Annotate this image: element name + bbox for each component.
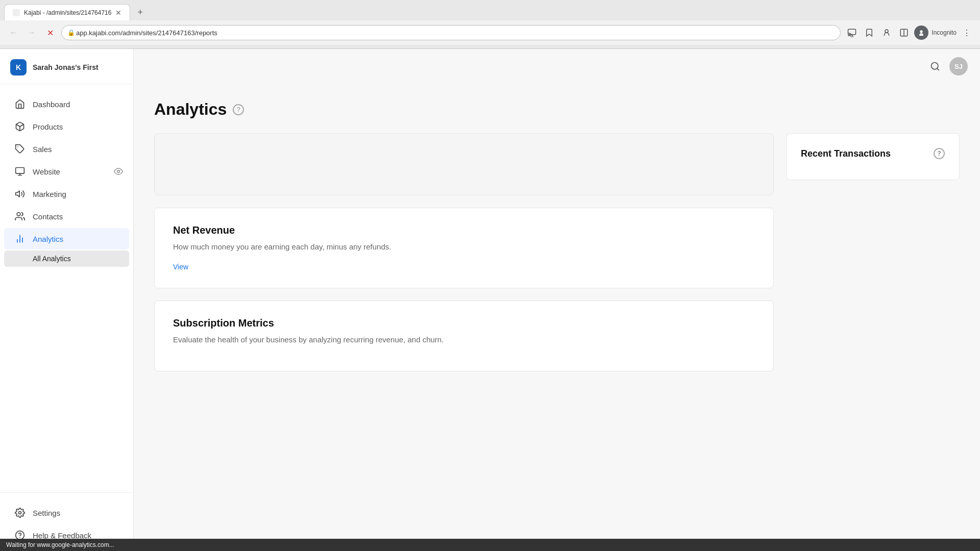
recent-transactions-card: Recent Transactions ? xyxy=(786,133,960,180)
home-icon xyxy=(14,98,26,110)
new-tab-button[interactable]: + xyxy=(132,4,148,21)
address-bar-wrapper: 🔒 app.kajabi.com/admin/sites/2147647163/… xyxy=(61,25,841,40)
net-revenue-view-link[interactable]: View xyxy=(173,263,188,271)
analytics-submenu: All Analytics xyxy=(0,251,133,267)
profile-sync-icon[interactable] xyxy=(879,26,894,40)
gear-icon xyxy=(14,507,26,518)
tab-favicon xyxy=(13,9,20,16)
svg-rect-8 xyxy=(16,168,24,174)
sidebar-brand-name: Sarah Jonas's First xyxy=(33,63,99,71)
status-text: Waiting for www.google-analytics.com... xyxy=(6,541,114,548)
main-header: SJ xyxy=(134,49,980,84)
address-bar[interactable]: app.kajabi.com/admin/sites/2147647163/re… xyxy=(61,25,841,40)
browser-actions: Incognito ⋮ xyxy=(845,26,974,40)
sidebar-item-marketing[interactable]: Marketing xyxy=(4,183,129,205)
sidebar-item-sales[interactable]: Sales xyxy=(4,138,129,160)
subscription-metrics-card-body: Subscription Metrics Evaluate the health… xyxy=(155,301,773,371)
loading-skeleton xyxy=(155,134,773,195)
content-area: Analytics ? Net Revenue How much money y… xyxy=(134,84,980,400)
svg-rect-1 xyxy=(848,29,856,35)
cards-main: Net Revenue How much money you are earni… xyxy=(154,133,774,384)
incognito-profile-button[interactable] xyxy=(914,26,928,40)
recent-transactions-title: Recent Transactions xyxy=(801,148,891,159)
sidebar-item-analytics[interactable]: Analytics xyxy=(4,228,129,249)
sidebar-item-website[interactable]: Website xyxy=(4,161,129,182)
svg-point-5 xyxy=(920,30,923,33)
svg-line-20 xyxy=(937,68,939,70)
users-icon xyxy=(14,211,26,222)
user-avatar[interactable]: SJ xyxy=(949,57,968,76)
browser-controls: ← → ✕ 🔒 app.kajabi.com/admin/sites/21476… xyxy=(0,20,980,45)
eye-icon xyxy=(114,167,123,176)
box-icon xyxy=(14,121,26,132)
net-revenue-desc: How much money you are earning each day,… xyxy=(173,241,755,253)
sidebar-item-contacts[interactable]: Contacts xyxy=(4,206,129,227)
page-help-icon[interactable]: ? xyxy=(233,104,244,115)
forward-button[interactable]: → xyxy=(24,26,39,40)
net-revenue-title: Net Revenue xyxy=(173,224,755,236)
lock-icon: 🔒 xyxy=(67,29,75,36)
svg-point-16 xyxy=(19,512,21,514)
net-revenue-card-body: Net Revenue How much money you are earni… xyxy=(155,208,773,288)
dashboard-label: Dashboard xyxy=(33,100,70,109)
tab-close-button[interactable]: ✕ xyxy=(115,9,121,17)
subscription-metrics-title: Subscription Metrics xyxy=(173,317,755,329)
cards-side: Recent Transactions ? xyxy=(786,133,960,384)
sidebar-item-dashboard[interactable]: Dashboard xyxy=(4,93,129,115)
website-label: Website xyxy=(33,167,60,176)
products-label: Products xyxy=(33,122,63,131)
back-button[interactable]: ← xyxy=(6,26,20,40)
tag-icon xyxy=(14,143,26,155)
subscription-metrics-card: Subscription Metrics Evaluate the health… xyxy=(154,300,774,372)
sidebar-item-all-analytics[interactable]: All Analytics xyxy=(4,251,129,267)
megaphone-icon xyxy=(14,188,26,199)
cards-area: Net Revenue How much money you are earni… xyxy=(154,133,960,384)
help-label: Help & Feedback xyxy=(33,531,91,540)
svg-point-11 xyxy=(117,170,120,173)
recent-transactions-header: Recent Transactions ? xyxy=(801,148,945,159)
reload-button[interactable]: ✕ xyxy=(43,26,57,40)
all-analytics-label: All Analytics xyxy=(33,255,71,263)
bar-chart-icon xyxy=(14,233,26,244)
settings-label: Settings xyxy=(33,509,60,517)
page-title-row: Analytics ? xyxy=(154,100,960,119)
browser-tabs: Kajabi - /admin/sites/214764716 ✕ + xyxy=(0,0,980,20)
contacts-label: Contacts xyxy=(33,212,63,221)
marketing-label: Marketing xyxy=(33,190,66,198)
svg-point-12 xyxy=(17,213,20,216)
sidebar-header: K Sarah Jonas's First xyxy=(0,49,133,84)
incognito-label: Incognito xyxy=(932,29,957,36)
status-bar: Waiting for www.google-analytics.com... xyxy=(0,539,980,551)
svg-point-2 xyxy=(885,30,888,33)
sidebar-logo[interactable]: K xyxy=(10,59,27,76)
bookmark-icon[interactable] xyxy=(862,26,876,40)
browser-tab-active[interactable]: Kajabi - /admin/sites/214764716 ✕ xyxy=(4,4,130,20)
more-options-button[interactable]: ⋮ xyxy=(960,26,974,40)
svg-rect-0 xyxy=(14,10,19,15)
recent-transactions-help-icon[interactable]: ? xyxy=(934,148,945,159)
cast-icon[interactable] xyxy=(845,26,859,40)
sidebar-item-settings[interactable]: Settings xyxy=(4,502,129,523)
subscription-metrics-desc: Evaluate the health of your business by … xyxy=(173,334,755,346)
logo-letter: K xyxy=(16,63,21,71)
sidebar: K Sarah Jonas's First Dashboard Products xyxy=(0,49,134,551)
page-title: Analytics xyxy=(154,100,227,119)
analytics-label: Analytics xyxy=(33,235,63,243)
loading-card xyxy=(154,133,774,195)
sidebar-nav: Dashboard Products Sales xyxy=(0,84,133,492)
main-content: SJ Analytics ? Net Revenue How xyxy=(134,49,980,551)
app-layout: K Sarah Jonas's First Dashboard Products xyxy=(0,49,980,551)
tab-title: Kajabi - /admin/sites/214764716 xyxy=(24,9,111,16)
split-screen-icon[interactable] xyxy=(897,26,911,40)
net-revenue-card: Net Revenue How much money you are earni… xyxy=(154,208,774,288)
browser-chrome: Kajabi - /admin/sites/214764716 ✕ + ← → … xyxy=(0,0,980,49)
search-button[interactable] xyxy=(927,58,943,74)
monitor-icon xyxy=(14,166,26,177)
sidebar-item-products[interactable]: Products xyxy=(4,116,129,137)
sales-label: Sales xyxy=(33,145,52,154)
